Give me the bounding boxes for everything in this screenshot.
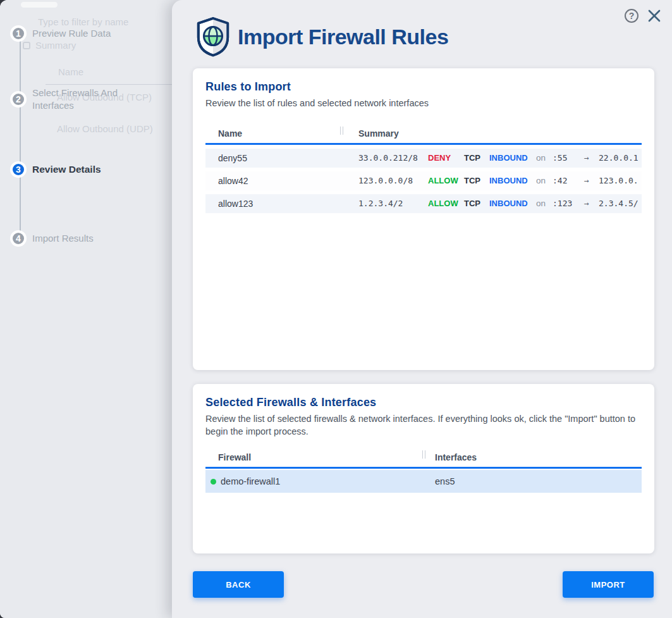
column-header-name: Name <box>205 128 341 139</box>
rule-direction: INBOUND <box>489 199 536 208</box>
firewalls-table: Firewall Interfaces demo-firewall1 ens5 <box>205 448 642 493</box>
online-status-dot <box>211 479 216 485</box>
step-4-label: Import Results <box>32 232 143 245</box>
rule-protocol: TCP <box>464 199 489 208</box>
interfaces-cell: ens5 <box>422 476 455 486</box>
column-resize-handle[interactable] <box>422 450 425 459</box>
column-header-interfaces: Interfaces <box>422 452 477 462</box>
step-3-label: Review Details <box>32 163 143 176</box>
rule-action-badge: ALLOW <box>428 199 464 208</box>
column-resize-handle[interactable] <box>340 127 343 135</box>
stepper-connector-line <box>20 36 21 241</box>
rule-name: allow123 <box>205 199 341 209</box>
firewall-cell: demo-firewall1 <box>205 476 422 486</box>
firewall-name: demo-firewall1 <box>221 476 280 486</box>
rule-row-allow123[interactable]: allow123 1.2.3.4/2 ALLOW TCP INBOUND on … <box>205 194 642 213</box>
import-firewall-rules-dialog: Type to filter by name Summary Name Allo… <box>0 0 672 618</box>
step-select-firewalls[interactable]: 2 Select Firewalls And Interfaces <box>10 87 143 113</box>
selected-firewalls-card: Selected Firewalls & Interfaces Review t… <box>193 384 654 553</box>
back-button[interactable]: BACK <box>193 571 284 598</box>
help-icon[interactable]: ? <box>625 9 638 23</box>
rule-row-deny55[interactable]: deny55 33.0.0.212/8 DENY TCP INBOUND on … <box>205 149 642 168</box>
rule-destination: 22.0.0.1 <box>599 153 638 163</box>
step-import-results[interactable]: 4 Import Results <box>10 230 143 247</box>
shield-globe-icon <box>195 16 231 57</box>
rule-destination: 2.3.4.5/ <box>599 199 638 208</box>
firewall-row-demo-firewall1[interactable]: demo-firewall1 ens5 <box>205 470 642 493</box>
firewalls-table-header: Firewall Interfaces <box>205 448 642 467</box>
step-2-label: Select Firewalls And Interfaces <box>32 87 143 113</box>
column-header-summary: Summary <box>341 128 399 139</box>
rule-on-word: on <box>536 176 553 185</box>
firewalls-card-subtitle: Review the list of selected firewalls & … <box>205 413 642 438</box>
rules-table: Name Summary deny55 33.0.0.212/8 DENY TC… <box>205 124 642 213</box>
step-1-circle: 1 <box>10 25 27 42</box>
rule-port: :42 <box>553 176 584 185</box>
rule-action-badge: ALLOW <box>428 176 464 185</box>
dialog-title: Import Firewall Rules <box>238 25 448 49</box>
rules-table-header: Name Summary <box>205 124 642 143</box>
table-header-rule <box>205 467 642 469</box>
column-header-firewall: Firewall <box>205 452 422 462</box>
arrow-icon: → <box>584 199 599 208</box>
rule-destination: 123.0.0. <box>599 176 638 185</box>
wizard-stepper: 1 Preview Rule Data 2 Select Firewalls A… <box>0 0 172 618</box>
step-preview-rule-data[interactable]: 1 Preview Rule Data <box>10 25 143 42</box>
rule-port: :55 <box>553 153 584 163</box>
step-3-circle: 3 <box>10 161 27 178</box>
rules-card-subtitle: Review the list of rules and selected ne… <box>205 97 642 110</box>
dialog-header: Import Firewall Rules <box>195 16 448 57</box>
arrow-icon: → <box>584 176 599 185</box>
rule-summary: 1.2.3.4/2 ALLOW TCP INBOUND on :123 → 2.… <box>341 199 642 208</box>
firewalls-card-title: Selected Firewalls & Interfaces <box>205 396 642 409</box>
stepper-panel: Type to filter by name Summary Name Allo… <box>0 0 172 618</box>
rule-name: allow42 <box>205 176 341 186</box>
rule-source: 123.0.0.0/8 <box>358 176 428 185</box>
rule-on-word: on <box>536 199 553 208</box>
step-2-circle: 2 <box>10 91 27 108</box>
dialog-sheet: Import Firewall Rules ? Rules to Import … <box>172 0 672 618</box>
rule-action-badge: DENY <box>428 153 464 163</box>
step-4-circle: 4 <box>10 230 27 247</box>
rules-card-title: Rules to Import <box>205 80 642 94</box>
rule-source: 33.0.0.212/8 <box>358 153 428 163</box>
rule-name: deny55 <box>205 153 341 163</box>
close-icon[interactable] <box>647 8 662 23</box>
step-review-details[interactable]: 3 Review Details <box>10 161 143 178</box>
step-1-label: Preview Rule Data <box>32 27 143 40</box>
rules-to-import-card: Rules to Import Review the list of rules… <box>193 68 654 370</box>
rule-direction: INBOUND <box>489 153 536 163</box>
rule-port: :123 <box>553 199 584 208</box>
rule-direction: INBOUND <box>489 176 536 185</box>
rule-source: 1.2.3.4/2 <box>358 199 428 208</box>
rule-protocol: TCP <box>464 153 489 163</box>
arrow-icon: → <box>584 153 599 163</box>
rule-on-word: on <box>536 153 553 163</box>
rule-row-allow42[interactable]: allow42 123.0.0.0/8 ALLOW TCP INBOUND on… <box>205 171 642 190</box>
rule-summary: 33.0.0.212/8 DENY TCP INBOUND on :55 → 2… <box>341 153 642 163</box>
import-button[interactable]: IMPORT <box>563 571 654 598</box>
table-header-rule <box>205 143 642 145</box>
rule-summary: 123.0.0.0/8 ALLOW TCP INBOUND on :42 → 1… <box>341 176 642 185</box>
rule-protocol: TCP <box>464 176 489 185</box>
